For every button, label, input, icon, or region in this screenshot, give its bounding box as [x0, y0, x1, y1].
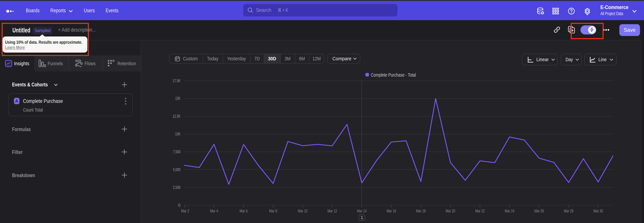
svg-text:Mar 2: Mar 2	[181, 208, 189, 213]
svg-text:15K: 15K	[175, 96, 180, 101]
svg-text:Mar 4: Mar 4	[210, 208, 218, 213]
svg-text:Mar 8: Mar 8	[269, 208, 277, 213]
svg-text:Mar 24: Mar 24	[505, 208, 514, 213]
svg-text:Mar 12: Mar 12	[328, 208, 337, 213]
svg-text:Mar 10: Mar 10	[298, 208, 308, 213]
svg-text:12.5K: 12.5K	[172, 114, 180, 119]
svg-text:5,000: 5,000	[173, 167, 180, 172]
svg-text:Mar 16: Mar 16	[386, 208, 396, 213]
svg-text:Mar 18: Mar 18	[416, 208, 426, 213]
svg-text:Mar 20: Mar 20	[446, 208, 455, 213]
svg-text:7,500: 7,500	[173, 149, 180, 154]
svg-text:0: 0	[178, 203, 180, 207]
svg-text:2,500: 2,500	[173, 185, 180, 190]
svg-text:Mar 6: Mar 6	[240, 208, 248, 213]
svg-text:Mar 22: Mar 22	[475, 208, 485, 213]
svg-text:17.5K: 17.5K	[172, 78, 180, 83]
svg-text:Mar 14: Mar 14	[357, 208, 366, 213]
svg-text:Mar 30: Mar 30	[593, 208, 603, 213]
svg-text:Mar 28: Mar 28	[564, 208, 574, 213]
svg-text:Mar 26: Mar 26	[534, 208, 544, 213]
svg-text:10K: 10K	[175, 132, 180, 136]
